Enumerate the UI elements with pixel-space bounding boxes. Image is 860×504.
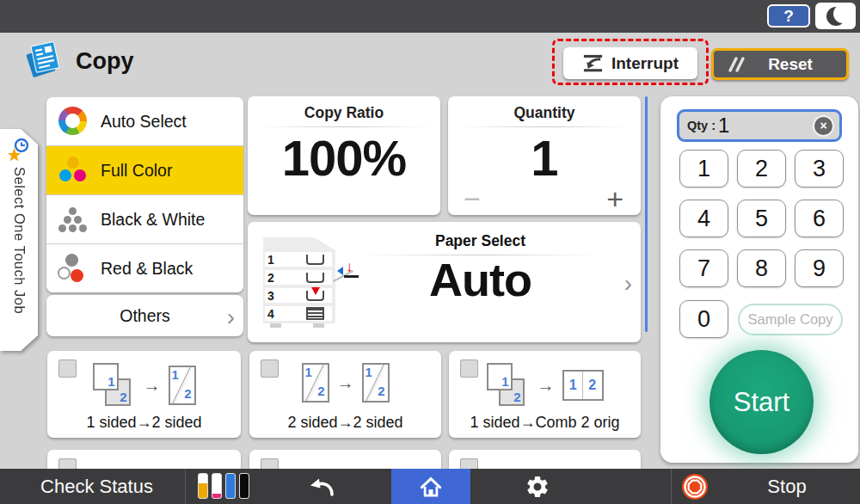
page-number: 2 — [583, 372, 602, 399]
one-touch-tab-label: Select One Touch Job — [11, 167, 28, 314]
page-title: Copy — [76, 48, 134, 75]
interrupt-label: Interrupt — [611, 54, 679, 73]
printer-foot — [270, 323, 281, 328]
copy-app-icon — [22, 40, 64, 78]
back-button[interactable] — [298, 469, 347, 504]
divider — [185, 469, 186, 504]
copy-ratio-card[interactable]: Copy Ratio 100% — [248, 96, 440, 215]
color-mode-label: Red & Black — [101, 259, 193, 279]
divider — [256, 126, 432, 127]
quantity-card[interactable]: Quantity 1 − + — [448, 96, 641, 215]
qty-prefix-label: Qty : — [687, 119, 716, 132]
quantity-value: 1 — [448, 129, 641, 187]
energy-saver-button[interactable] — [815, 3, 856, 29]
color-mode-list: Auto Select Full Color — [46, 97, 243, 336]
qty-input-value: 1 — [718, 114, 729, 138]
full-color-dots-icon — [58, 156, 89, 185]
toner-magenta-bar — [212, 473, 222, 499]
sample-copy-button[interactable]: Sample Copy — [738, 304, 843, 335]
black-white-dots-icon — [58, 205, 89, 234]
keypad-panel: Qty : 1 × 1 2 3 4 5 6 7 8 9 0 Sample Cop… — [660, 96, 858, 463]
home-icon — [418, 474, 444, 500]
home-button[interactable] — [391, 469, 470, 504]
page-number: 2 — [317, 384, 324, 397]
color-mode-group: Auto Select Full Color — [46, 97, 243, 292]
keypad-key-0[interactable]: 0 — [679, 300, 728, 338]
color-mode-full-color[interactable]: Full Color — [46, 146, 243, 195]
arrow-icon: → — [144, 376, 161, 396]
key-label: 7 — [697, 255, 710, 282]
reset-label: Reset — [746, 55, 834, 74]
tray-paper-icon — [306, 273, 324, 283]
key-label: 0 — [697, 306, 710, 333]
keypad-key-3[interactable]: 3 — [795, 150, 844, 187]
quantity-input-field[interactable]: Qty : 1 × — [677, 109, 842, 142]
moon-icon — [826, 7, 845, 26]
option-2sided-2sided[interactable]: 1 2 → 1 2 2 sided→2 sided — [249, 351, 441, 438]
color-mode-red-black[interactable]: Red & Black — [46, 244, 243, 292]
color-mode-auto-select[interactable]: Auto Select — [46, 97, 243, 146]
toner-black-bar — [239, 473, 249, 499]
keypad-key-5[interactable]: 5 — [737, 200, 786, 237]
keypad-key-2[interactable]: 2 — [737, 150, 786, 187]
settings-button[interactable] — [513, 469, 562, 504]
keypad-key-6[interactable]: 6 — [795, 200, 844, 237]
clear-quantity-button[interactable]: × — [813, 115, 834, 137]
copier-touchscreen: ? Copy Interrupt — [0, 0, 860, 504]
duplex-icon-comb: 2 1 → 1 2 — [449, 363, 641, 408]
arrow-icon: → — [538, 376, 555, 396]
quantity-decrease-button[interactable]: − — [464, 184, 481, 213]
tray-number: 1 — [267, 253, 274, 267]
stop-button[interactable] — [679, 469, 710, 504]
chevron-right-icon: › — [227, 305, 235, 329]
top-status-bar: ? — [0, 0, 860, 33]
printer-foot — [313, 323, 324, 328]
keypad-key-1[interactable]: 1 — [679, 150, 728, 187]
tray-number: 2 — [267, 271, 274, 285]
key-label: 1 — [697, 156, 710, 182]
tray-row-1: 1 — [265, 252, 332, 267]
key-label: 3 — [813, 156, 826, 182]
divider — [671, 469, 672, 504]
auto-select-swirl-icon — [58, 107, 89, 136]
paper-select-card[interactable]: 1 2 3 4 ↓ Paper Select Auto — [248, 222, 641, 342]
gear-icon — [525, 474, 550, 500]
check-status-button[interactable]: Check Status — [9, 469, 185, 504]
keypad-key-8[interactable]: 8 — [737, 249, 786, 287]
toner-cyan-bar — [225, 473, 236, 499]
help-button[interactable]: ? — [767, 4, 810, 28]
page-number: 2 — [513, 390, 520, 403]
color-mode-label: Black & White — [101, 210, 205, 230]
vertical-scrollbar[interactable] — [645, 96, 648, 332]
check-status-label: Check Status — [40, 476, 153, 498]
reset-slashes-icon — [726, 54, 746, 75]
option-label: 2 sided→2 sided — [249, 414, 441, 432]
key-label: 6 — [813, 206, 826, 232]
option-1sided-comb2orig[interactable]: 2 1 → 1 2 1 sided→Comb 2 orig — [449, 351, 641, 438]
toner-yellow-bar — [198, 473, 208, 499]
sample-copy-label: Sample Copy — [747, 311, 832, 328]
one-touch-tab-body: Select One Touch Job — [0, 129, 38, 351]
tray-number: 4 — [267, 307, 274, 321]
toner-level-indicator — [198, 473, 249, 499]
page-number: 2 — [184, 387, 191, 400]
page-number: 1 — [564, 372, 584, 399]
quantity-increase-button[interactable]: + — [606, 184, 624, 213]
keypad-key-7[interactable]: 7 — [679, 249, 728, 287]
start-button[interactable]: Start — [710, 350, 814, 454]
interrupt-button[interactable]: Interrupt — [563, 47, 697, 79]
one-touch-job-tab[interactable]: Select One Touch Job — [0, 129, 38, 351]
paper-tray-diagram: 1 2 3 4 ↓ — [263, 237, 349, 329]
reset-button[interactable]: Reset — [711, 48, 849, 80]
duplex-icon-1s2s: 2 1 → 1 2 — [47, 363, 241, 408]
page-number: 1 — [366, 366, 372, 378]
color-mode-others[interactable]: Others › — [46, 295, 243, 336]
page-number: 1 — [501, 375, 508, 388]
tray-full-icon — [306, 307, 324, 320]
key-label: 2 — [755, 156, 768, 182]
keypad-key-4[interactable]: 4 — [679, 200, 728, 237]
option-1sided-2sided[interactable]: 2 1 → 1 2 1 sided→2 sided — [47, 351, 241, 438]
color-mode-black-white[interactable]: Black & White — [46, 195, 243, 244]
paper-select-value: Auto — [349, 253, 611, 306]
keypad-key-9[interactable]: 9 — [795, 249, 844, 287]
